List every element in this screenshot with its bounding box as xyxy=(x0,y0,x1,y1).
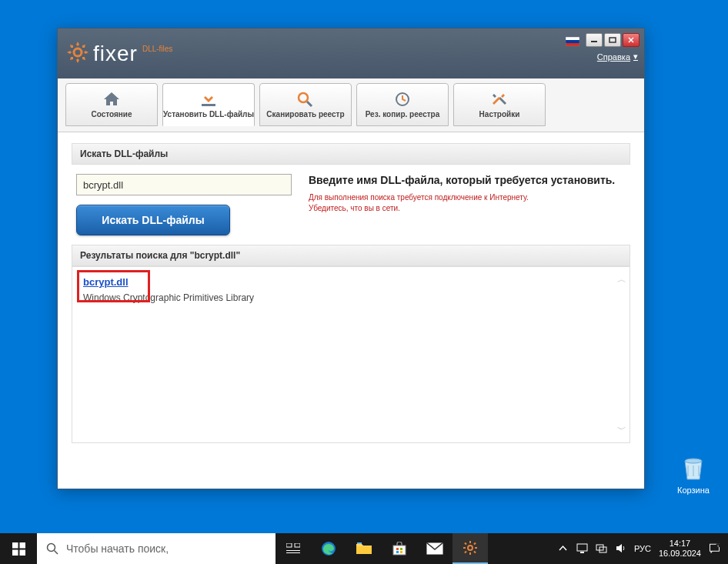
svg-rect-1 xyxy=(566,37,579,40)
svg-rect-37 xyxy=(463,547,466,549)
result-description: Windows Cryptographic Primitives Library xyxy=(83,292,619,303)
svg-rect-20 xyxy=(286,543,292,547)
tab-bar: Состояние Установить DLL-файлы Сканирова… xyxy=(58,78,644,132)
instruction-warning: Для выполнения поиска требуется подключе… xyxy=(309,192,626,214)
svg-rect-44 xyxy=(580,552,584,553)
search-placeholder: Чтобы начать поиск, xyxy=(66,542,169,555)
folder-icon xyxy=(356,542,372,555)
svg-rect-17 xyxy=(19,549,25,556)
notifications-button[interactable]: 1 xyxy=(709,542,720,556)
tab-scan-registry[interactable]: Сканировать реестр xyxy=(259,83,352,126)
svg-point-10 xyxy=(299,93,308,102)
mail-icon xyxy=(426,542,443,555)
store-button[interactable] xyxy=(382,533,417,564)
store-icon xyxy=(392,542,407,556)
tray-network-icon[interactable] xyxy=(596,542,607,556)
maximize-button[interactable] xyxy=(604,33,621,47)
magnifier-icon xyxy=(296,91,316,108)
svg-point-34 xyxy=(468,546,473,550)
tray-date: 16.09.2024 xyxy=(659,549,701,559)
svg-rect-40 xyxy=(473,542,476,546)
svg-point-0 xyxy=(74,48,82,56)
svg-rect-39 xyxy=(464,542,467,546)
svg-rect-38 xyxy=(475,547,477,549)
clock-icon xyxy=(392,91,412,108)
task-view-button[interactable] xyxy=(276,533,311,564)
svg-rect-28 xyxy=(396,548,399,550)
svg-rect-42 xyxy=(473,551,476,554)
dllfixer-taskbar-button[interactable] xyxy=(452,533,488,564)
download-icon xyxy=(199,91,219,108)
start-button[interactable] xyxy=(0,533,37,564)
windows-icon xyxy=(12,542,25,556)
tray-monitor-icon[interactable] xyxy=(576,542,588,556)
gear-icon xyxy=(463,540,478,556)
tray-clock[interactable]: 14:17 16.09.2024 xyxy=(659,539,701,559)
flag-icon[interactable] xyxy=(566,35,579,45)
edge-button[interactable] xyxy=(311,533,346,564)
instruction-title: Введите имя DLL-файла, который требуется… xyxy=(309,174,626,186)
svg-rect-27 xyxy=(393,546,406,555)
tray-chevron-icon[interactable] xyxy=(557,542,569,556)
dll-search-input[interactable] xyxy=(76,174,292,195)
svg-rect-22 xyxy=(286,550,300,551)
tab-install-dll[interactable]: Установить DLL-файлы xyxy=(162,83,255,126)
svg-rect-16 xyxy=(12,549,18,556)
edge-icon xyxy=(320,540,337,557)
svg-rect-15 xyxy=(19,542,25,549)
gear-icon xyxy=(65,40,90,68)
svg-rect-3 xyxy=(566,43,579,46)
svg-rect-26 xyxy=(357,542,362,544)
brand-small-text: DLL-files xyxy=(142,45,172,53)
svg-rect-29 xyxy=(400,548,402,550)
language-indicator[interactable]: РУС xyxy=(634,544,651,553)
mail-button[interactable] xyxy=(417,533,452,564)
help-link[interactable]: Справка ▾ xyxy=(597,52,638,62)
tab-label: Рез. копир. реестра xyxy=(366,110,440,118)
search-button[interactable]: Искать DLL-файлы xyxy=(76,205,230,235)
svg-rect-30 xyxy=(396,551,399,553)
explorer-button[interactable] xyxy=(346,533,382,564)
recycle-bin[interactable]: Корзина xyxy=(677,452,710,495)
close-button[interactable] xyxy=(623,33,640,47)
chevron-down-icon: ▾ xyxy=(633,52,638,62)
svg-rect-31 xyxy=(400,551,402,553)
result-link[interactable]: bcrypt.dll xyxy=(83,276,129,288)
dllfixer-window: fixer DLL-files Справка ▾ Состояние Уста… xyxy=(57,28,645,489)
taskbar-search[interactable]: Чтобы начать поиск, xyxy=(37,533,276,564)
tray-time: 14:17 xyxy=(659,539,701,549)
tools-icon xyxy=(489,91,509,108)
svg-text:1: 1 xyxy=(717,544,719,547)
home-icon xyxy=(102,91,122,108)
scroll-down-icon[interactable]: ﹀ xyxy=(617,423,626,436)
tab-backup-registry[interactable]: Рез. копир. реестра xyxy=(356,83,449,126)
recycle-bin-label: Корзина xyxy=(677,486,710,495)
svg-rect-23 xyxy=(286,552,300,553)
tab-label: Настройки xyxy=(479,110,520,118)
tab-settings[interactable]: Настройки xyxy=(453,83,546,126)
task-view-icon xyxy=(286,543,300,554)
results-header: Результаты поиска для "bcrypt.dll" xyxy=(72,245,630,266)
search-header: Искать DLL-файлы xyxy=(72,143,630,165)
search-row: Искать DLL-файлы Введите имя DLL-файла, … xyxy=(72,165,630,245)
titlebar[interactable]: fixer DLL-files Справка ▾ xyxy=(58,28,644,78)
tab-status[interactable]: Состояние xyxy=(65,83,158,126)
tab-label: Установить DLL-файлы xyxy=(163,110,254,118)
results-list: bcrypt.dll Windows Cryptographic Primiti… xyxy=(72,266,630,443)
svg-rect-14 xyxy=(12,542,18,549)
svg-point-13 xyxy=(685,459,702,463)
svg-line-11 xyxy=(307,102,312,106)
svg-rect-9 xyxy=(202,104,215,106)
scroll-up-icon[interactable]: ︿ xyxy=(617,273,626,286)
tab-label: Сканировать реестр xyxy=(266,110,344,118)
brand-text: fixer xyxy=(93,42,138,66)
system-tray: РУС 14:17 16.09.2024 1 xyxy=(549,539,728,559)
minimize-button[interactable] xyxy=(586,33,603,47)
search-icon xyxy=(46,542,58,555)
svg-rect-2 xyxy=(566,40,579,43)
svg-rect-21 xyxy=(295,543,300,547)
content-area: Искать DLL-файлы Искать DLL-файлы Введит… xyxy=(58,132,644,454)
tray-volume-icon[interactable] xyxy=(615,542,626,556)
tab-label: Состояние xyxy=(91,110,132,118)
recycle-bin-icon xyxy=(677,452,710,484)
